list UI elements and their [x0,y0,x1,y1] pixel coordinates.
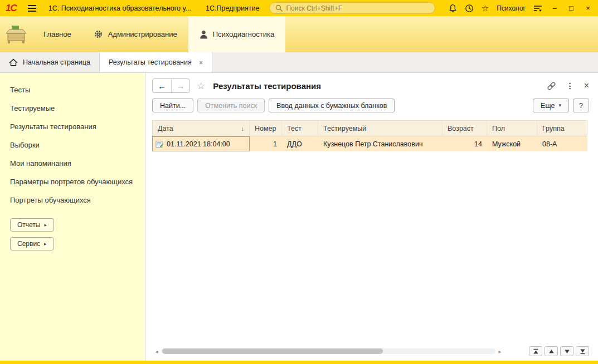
list-navigation-buttons [529,346,589,356]
tab-test-results-label: Результаты тестирования [109,58,192,66]
sidebar-item-portrait-parameters[interactable]: Параметры портретов обучающихся [0,173,145,191]
reports-menu-label: Отчеты [17,221,40,229]
column-header-test[interactable]: Тест [282,120,318,136]
cell-test-value: ДДО [287,140,302,148]
results-table: Дата ↓ Номер Тест Тестируемый Возраст [152,120,589,151]
close-window-button[interactable]: × [584,4,592,12]
table-row-selected[interactable]: 01.11.2021 18:04:00 1 ДДО Кузнецов Петр … [152,136,589,151]
help-button[interactable]: ? [573,99,589,112]
scroll-right-arrow[interactable]: ▸ [495,348,504,355]
cell-sex-value: Мужской [492,140,521,148]
maximize-button[interactable]: □ [567,4,576,12]
cell-sex[interactable]: Мужской [487,136,537,151]
paper-forms-input-button[interactable]: Ввод данных с бумажных бланков [269,99,395,112]
column-header-number-label: Номер [255,125,276,132]
document-icon [155,140,163,148]
history-clock-icon[interactable] [465,4,474,13]
cell-age[interactable]: 14 [443,136,487,151]
section-psychodiagnostics[interactable]: Психодиагностика [188,16,286,52]
form-title: Результаты тестирования [213,81,321,91]
tab-test-results[interactable]: Результаты тестирования × [100,52,212,72]
forward-button[interactable]: → [171,79,189,92]
add-favorite-star-icon[interactable]: ☆ [197,81,205,91]
sections-panel: Главное Администрирование Психодиагности… [0,16,598,52]
sidebar-item-tests[interactable]: Тесты [0,81,145,99]
app-name: 1С:Предприятие [206,4,260,12]
scroll-down-button[interactable] [560,346,573,356]
section-administration[interactable]: Администрирование [82,16,188,52]
column-header-group[interactable]: Группа [537,120,587,136]
column-header-age[interactable]: Возраст [443,120,487,136]
favorites-star-icon[interactable]: ☆ [482,4,489,12]
gear-icon [94,29,103,39]
scroll-left-arrow[interactable]: ◂ [152,348,161,355]
column-header-number[interactable]: Номер [250,120,282,136]
tools-menu-icon[interactable] [533,4,542,12]
close-form-icon[interactable]: × [584,81,589,90]
cell-date-value: 01.11.2021 18:04:00 [167,140,230,148]
cell-person-value: Кузнецов Петр Станиславович [323,140,422,148]
sidebar-item-test-results[interactable]: Результаты тестирования [0,117,145,136]
back-button[interactable]: ← [153,79,171,92]
scroll-to-top-button[interactable] [529,346,542,356]
menu-caret-icon: ▸ [44,242,47,247]
hscrollbar-thumb[interactable] [162,348,383,354]
cell-date[interactable]: 01.11.2021 18:04:00 [152,136,250,151]
column-header-group-label: Группа [542,125,565,132]
main-menu-icon[interactable] [28,5,36,12]
sidebar-buttons: Отчеты ▸ Сервис ▸ [10,218,135,250]
sidebar-item-reminders[interactable]: Мои напоминания [0,154,145,173]
column-header-date-label: Дата [158,125,173,132]
get-link-icon[interactable] [547,81,556,91]
cell-test[interactable]: ДДО [282,136,318,151]
section-administration-label: Администрирование [108,30,177,38]
app-window: 1С 1С: Психодиагностика образовательного… [0,0,598,364]
sidebar-item-portraits[interactable]: Портреты обучающихся [0,191,145,209]
search-icon [275,4,283,12]
service-menu-button[interactable]: Сервис ▸ [10,237,54,250]
app-desk-icon[interactable] [0,16,32,52]
find-button[interactable]: Найти... [152,99,193,112]
section-main[interactable]: Главное [32,16,82,52]
form-header-row: ← → ☆ Результаты тестирования ⋮ × [145,73,598,95]
column-header-sex[interactable]: Пол [487,120,537,136]
sidebar-item-testees[interactable]: Тестируемые [0,99,145,117]
cell-number[interactable]: 1 [250,136,282,151]
bottom-scroll-row: ◂ ▸ [152,346,589,356]
home-icon [9,58,18,66]
column-header-date[interactable]: Дата ↓ [152,120,250,136]
cell-group[interactable]: 08-А [537,136,587,151]
dropdown-caret-icon: ▾ [559,103,562,108]
scroll-to-bottom-button[interactable] [576,346,589,356]
workspace: Тесты Тестируемые Результаты тестировани… [0,73,598,361]
sidebar-item-selections[interactable]: Выборки [0,136,145,154]
notifications-bell-icon[interactable] [449,4,457,13]
1c-logo: 1С [6,3,17,14]
cell-person[interactable]: Кузнецов Петр Станиславович [318,136,443,151]
tab-home[interactable]: Начальная страница [0,52,100,72]
minimize-button[interactable]: – [550,4,559,12]
scroll-up-button[interactable] [544,346,558,356]
cell-number-value: 1 [273,140,277,148]
history-nav-group: ← → [152,78,190,93]
section-main-label: Главное [43,30,71,38]
service-menu-label: Сервис [17,240,40,248]
more-button[interactable]: Еще ▾ [533,99,569,112]
person-icon [200,30,208,39]
form-header-icons: ⋮ × [547,81,589,91]
current-user[interactable]: Психолог [497,4,526,12]
hscrollbar-track[interactable] [161,348,495,354]
column-header-age-label: Возраст [448,125,474,132]
reports-menu-button[interactable]: Отчеты ▸ [10,218,54,232]
window-title: 1С: Психодиагностика образовательного у.… [48,4,191,12]
more-actions-icon[interactable]: ⋮ [566,81,574,90]
cell-group-value: 08-А [542,140,557,148]
tab-close-icon[interactable]: × [199,58,203,67]
column-header-test-label: Тест [287,125,302,132]
cancel-search-button[interactable]: Отменить поиск [197,99,265,112]
column-header-person[interactable]: Тестируемый [318,120,443,136]
global-search-box[interactable] [269,2,435,14]
search-input[interactable] [286,4,429,12]
sort-descending-icon: ↓ [241,125,245,132]
open-windows-tabbar: Начальная страница Результаты тестирован… [0,52,598,73]
